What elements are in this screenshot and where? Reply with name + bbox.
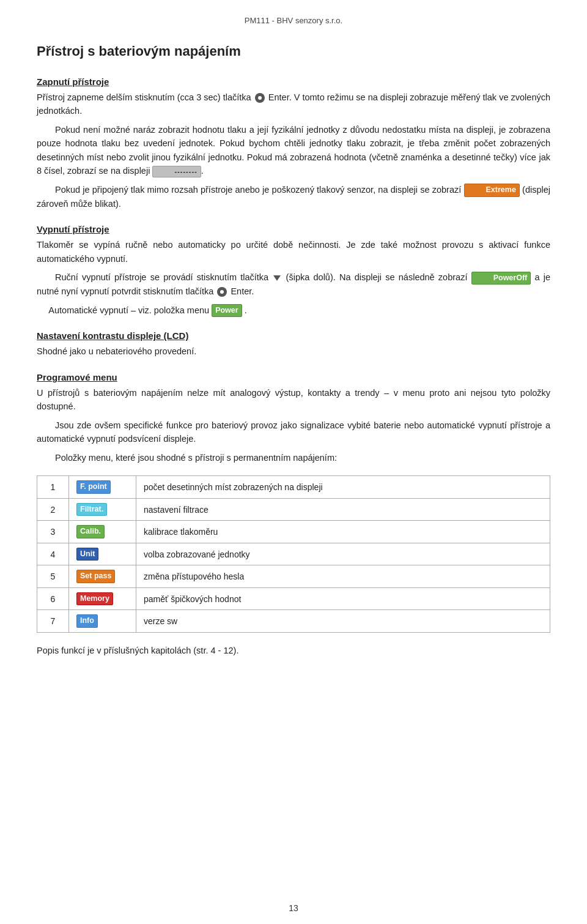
page-wrapper: PM111 - BHV senzory s.r.o. Přístroj s ba… — [0, 0, 587, 924]
arrow-down-icon — [273, 275, 281, 281]
zapnuti-para2: Pokud není možné naráz zobrazit hodnotu … — [37, 123, 550, 178]
programove-para2: Jsou zde ovšem specifické funkce pro bat… — [37, 419, 550, 446]
table-cell-desc: volba zobrazované jednotky — [136, 543, 550, 565]
table-cell-desc: verze sw — [136, 610, 550, 633]
table-cell-num: 4 — [37, 543, 69, 565]
table-row: 7Infoverze sw — [37, 610, 550, 633]
menu-badge-6: Memory — [76, 592, 113, 606]
dashes-badge: -------- — [152, 166, 201, 177]
main-title: Přístroj s bateriovým napájením — [37, 43, 550, 59]
vypnuti-title: Vypnutí přístroje — [37, 224, 550, 234]
menu-badge-7: Info — [76, 614, 98, 628]
table-cell-badge: Unit — [69, 543, 136, 565]
table-cell-num: 7 — [37, 610, 69, 633]
vypnuti-para3: Automatické vypnutí – viz. položka menu … — [37, 304, 550, 318]
extreme-badge: Extreme — [464, 184, 520, 197]
enter-icon-2 — [217, 287, 227, 297]
table-cell-num: 1 — [37, 476, 69, 499]
programove-title: Programové menu — [37, 372, 550, 382]
table-cell-num: 2 — [37, 498, 69, 521]
table-row: 4Unitvolba zobrazované jednotky — [37, 543, 550, 565]
table-cell-badge: Memory — [69, 587, 136, 610]
table-cell-badge: F. point — [69, 476, 136, 499]
table-cell-desc: počet desetinných míst zobrazených na di… — [136, 476, 550, 499]
poweroff-badge: PowerOff — [471, 272, 531, 285]
table-row: 1F. pointpočet desetinných míst zobrazen… — [37, 476, 550, 499]
table-cell-badge: Filtrat. — [69, 498, 136, 521]
table-cell-num: 6 — [37, 587, 69, 610]
page-footer: 13 — [0, 903, 587, 913]
table-cell-badge: Set pass — [69, 565, 136, 588]
menu-badge-2: Filtrat. — [76, 503, 107, 516]
power-badge: Power — [212, 304, 242, 318]
footer-note: Popis funkcí je v příslušných kapitolách… — [37, 644, 550, 657]
table-cell-num: 5 — [37, 565, 69, 588]
programove-para1: U přístrojů s bateriovým napájením nelze… — [37, 386, 550, 414]
menu-table: 1F. pointpočet desetinných míst zobrazen… — [37, 475, 550, 633]
table-cell-desc: kalibrace tlakoměru — [136, 521, 550, 543]
nastaveni-title: Nastavení kontrastu displeje (LCD) — [37, 330, 550, 341]
table-row: 6Memorypaměť špičkových hodnot — [37, 587, 550, 610]
table-cell-desc: paměť špičkových hodnot — [136, 587, 550, 610]
vypnuti-para1: Tlakoměr se vypíná ručně nebo automatick… — [37, 238, 550, 266]
table-row: 5Set passzměna přístupového hesla — [37, 565, 550, 588]
menu-badge-1: F. point — [76, 480, 111, 494]
table-cell-badge: Info — [69, 610, 136, 633]
zapnuti-title: Zapnutí přístroje — [37, 76, 550, 87]
table-row: 3Calib.kalibrace tlakoměru — [37, 521, 550, 543]
nastaveni-para1: Shodné jako u nebateriového provedení. — [37, 345, 550, 358]
zapnuti-para3: Pokud je připojený tlak mimo rozsah přís… — [37, 183, 550, 211]
table-row: 2Filtrat.nastavení filtrace — [37, 498, 550, 521]
table-cell-desc: nastavení filtrace — [136, 498, 550, 521]
table-cell-desc: změna přístupového hesla — [136, 565, 550, 588]
menu-badge-3: Calib. — [76, 525, 105, 538]
table-cell-num: 3 — [37, 521, 69, 543]
table-cell-badge: Calib. — [69, 521, 136, 543]
menu-badge-5: Set pass — [76, 570, 115, 583]
programove-para3: Položky menu, které jsou shodné s přístr… — [37, 451, 550, 464]
page-header: PM111 - BHV senzory s.r.o. — [37, 11, 550, 25]
zapnuti-para1: Přístroj zapneme delším stisknutím (cca … — [37, 91, 550, 118]
menu-badge-4: Unit — [76, 548, 98, 561]
page-number: 13 — [289, 903, 298, 913]
vypnuti-para2: Ruční vypnutí přístroje se provádí stisk… — [37, 270, 550, 298]
enter-icon-1 — [255, 93, 265, 103]
header-title: PM111 - BHV senzory s.r.o. — [245, 16, 342, 25]
